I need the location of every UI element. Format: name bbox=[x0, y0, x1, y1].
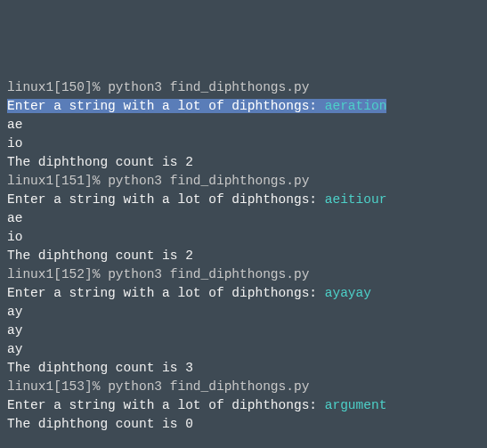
count-line: The diphthong count is 3 bbox=[7, 359, 480, 378]
command-line: linux1[153]% python3 find_diphthongs.py bbox=[7, 378, 480, 396]
shell-prompt: linux1[153]% bbox=[7, 379, 108, 394]
command-text: python3 find_diphthongs.py bbox=[108, 80, 309, 94]
output-line: ay bbox=[7, 303, 480, 322]
prompt-line: Enter a string with a lot of diphthongs:… bbox=[7, 284, 480, 303]
shell-prompt: linux1[152]% bbox=[7, 267, 108, 281]
count-text: The diphthong count is 2 bbox=[7, 155, 193, 169]
output-line: io bbox=[7, 134, 480, 153]
diphthong-output: ae bbox=[7, 211, 22, 225]
input-prompt: Enter a string with a lot of diphthongs: bbox=[7, 398, 325, 412]
count-line: The diphthong count is 2 bbox=[7, 153, 480, 172]
output-line: ae bbox=[7, 116, 480, 134]
input-prompt: Enter a string with a lot of diphthongs: bbox=[7, 286, 325, 300]
user-input: ayayay bbox=[325, 286, 371, 300]
prompt-line: Enter a string with a lot of diphthongs:… bbox=[7, 396, 480, 415]
output-line: ae bbox=[7, 209, 480, 228]
input-prompt: Enter a string with a lot of diphthongs: bbox=[7, 192, 325, 207]
count-text: The diphthong count is 0 bbox=[7, 417, 193, 431]
diphthong-output: io bbox=[7, 136, 22, 151]
input-prompt: Enter a string with a lot of diphthongs: bbox=[7, 99, 325, 113]
diphthong-output: ay bbox=[7, 323, 22, 338]
command-text: python3 find_diphthongs.py bbox=[108, 379, 309, 394]
diphthong-output: ae bbox=[7, 118, 22, 132]
diphthong-output: ay bbox=[7, 342, 22, 356]
shell-prompt: linux1[150]% bbox=[7, 80, 108, 94]
prompt-line: Enter a string with a lot of diphthongs:… bbox=[7, 191, 480, 209]
output-line: ay bbox=[7, 322, 480, 340]
user-input: argument bbox=[325, 398, 387, 412]
diphthong-output: ay bbox=[7, 305, 22, 319]
command-text: python3 find_diphthongs.py bbox=[108, 267, 309, 281]
command-line: linux1[151]% python3 find_diphthongs.py bbox=[7, 172, 480, 191]
command-line: linux1[152]% python3 find_diphthongs.py bbox=[7, 265, 480, 284]
command-text: python3 find_diphthongs.py bbox=[108, 174, 309, 188]
prompt-line: Enter a string with a lot of diphthongs:… bbox=[7, 97, 480, 116]
command-line: linux1[150]% python3 find_diphthongs.py bbox=[7, 78, 480, 97]
output-line: io bbox=[7, 228, 480, 247]
user-input: aeitiour bbox=[325, 192, 387, 207]
output-line: ay bbox=[7, 340, 480, 359]
count-line: The diphthong count is 2 bbox=[7, 247, 480, 265]
user-input: aeration bbox=[325, 99, 387, 113]
count-text: The diphthong count is 3 bbox=[7, 361, 193, 375]
diphthong-output: io bbox=[7, 230, 22, 244]
terminal-output[interactable]: linux1[150]% python3 find_diphthongs.pyE… bbox=[7, 78, 480, 434]
count-line: The diphthong count is 0 bbox=[7, 415, 480, 434]
shell-prompt: linux1[151]% bbox=[7, 174, 108, 188]
count-text: The diphthong count is 2 bbox=[7, 248, 193, 263]
